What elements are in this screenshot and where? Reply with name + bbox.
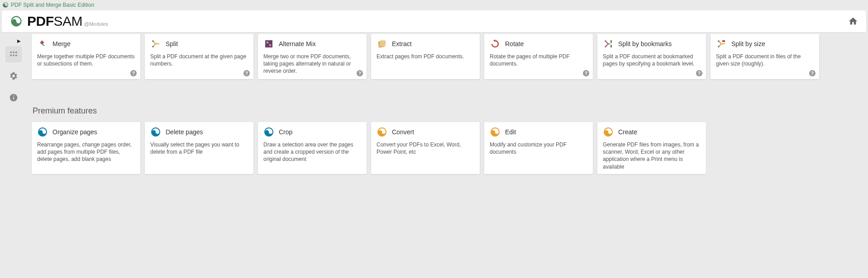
svg-rect-11 [265, 40, 272, 47]
sidebar-expand-icon[interactable]: ▶ [17, 38, 21, 43]
premium-desc: Generate PDF files from images, from a s… [603, 141, 701, 170]
sidebar: ▶ [0, 34, 27, 278]
module-card-extract[interactable]: ExtractExtract pages from PDF documents. [371, 34, 480, 79]
module-title: Alternate Mix [279, 40, 316, 47]
svg-rect-5 [15, 55, 17, 56]
svg-point-21 [718, 46, 720, 47]
home-icon[interactable] [848, 16, 858, 26]
svg-rect-8 [13, 95, 14, 96]
brand-logo-icon [10, 15, 23, 28]
window-title: PDF Split and Merge Basic Edition [11, 2, 94, 8]
module-title: Split by bookmarks [618, 40, 672, 47]
module-card-merge[interactable]: MergeMerge together multiple PDF documen… [32, 34, 140, 79]
premium-card-organize[interactable]: Organize pagesRearrange pages, change pa… [32, 122, 140, 174]
svg-point-10 [152, 46, 154, 47]
svg-rect-13 [269, 44, 271, 46]
premium-card-crop[interactable]: CropDraw a selection area over the pages… [258, 122, 367, 174]
premium-heading: Premium features [33, 106, 863, 116]
module-title: Merge [52, 40, 71, 47]
splitbm-icon [603, 38, 614, 49]
svg-rect-19 [610, 45, 612, 47]
premium-grid: Organize pagesRearrange pages, change pa… [27, 122, 863, 174]
premium-desc: Convert your PDFs to Excel, Word, Power … [377, 141, 474, 155]
module-desc: Rotate the pages of multiple PDF documen… [490, 53, 587, 67]
help-icon[interactable]: ? [809, 70, 816, 76]
svg-rect-0 [10, 52, 12, 53]
svg-rect-1 [13, 52, 14, 53]
sidebar-item-settings[interactable] [5, 68, 22, 84]
module-card-splitsize[interactable]: Split by sizeSplit a PDF document in fil… [711, 34, 819, 79]
merge-icon [37, 38, 48, 49]
svg-rect-4 [13, 55, 14, 56]
convert-swirl-icon [377, 127, 387, 137]
module-desc: Extract pages from PDF documents. [377, 53, 474, 60]
premium-card-convert[interactable]: ConvertConvert your PDFs to Excel, Word,… [371, 122, 480, 174]
split-icon [150, 38, 161, 49]
help-icon[interactable]: ? [130, 70, 137, 76]
app-icon [2, 2, 9, 8]
gear-icon [9, 71, 18, 80]
svg-point-16 [605, 40, 606, 42]
svg-rect-18 [610, 40, 612, 43]
premium-title: Create [618, 128, 637, 136]
premium-title: Organize pages [52, 128, 97, 136]
premium-title: Crop [279, 128, 292, 136]
module-title: Split [166, 40, 178, 47]
create-swirl-icon [603, 127, 614, 137]
svg-point-9 [152, 40, 154, 42]
help-icon[interactable]: ? [243, 70, 250, 76]
sidebar-item-modules[interactable] [5, 46, 22, 62]
help-icon[interactable]: ? [583, 70, 589, 76]
header: PDFSAM @Modules [2, 10, 866, 32]
modules-grid: MergeMerge together multiple PDF documen… [27, 34, 863, 79]
module-title: Split by size [731, 40, 765, 47]
breadcrumb: @Modules [84, 21, 108, 27]
module-desc: Split a PDF document at bookmarked pages… [603, 53, 701, 67]
extract-icon [377, 38, 387, 49]
module-card-altmix[interactable]: Alternate MixMerge two or more PDF docum… [258, 34, 367, 79]
module-title: Extract [392, 40, 412, 47]
module-desc: Split a PDF document in files of the giv… [716, 53, 814, 67]
help-icon[interactable]: ? [357, 70, 363, 76]
grid-icon [9, 50, 18, 59]
rotate-icon [490, 38, 501, 49]
svg-point-20 [718, 40, 720, 42]
svg-rect-15 [380, 40, 386, 47]
svg-rect-2 [15, 52, 17, 53]
organize-swirl-icon [37, 127, 48, 137]
premium-desc: Draw a selection area over the pages and… [263, 141, 361, 163]
module-card-splitbm[interactable]: Split by bookmarksSplit a PDF document a… [597, 34, 706, 79]
svg-point-17 [605, 46, 606, 47]
module-card-split[interactable]: SplitSplit a PDF document at the given p… [145, 34, 253, 79]
premium-title: Convert [392, 128, 414, 136]
premium-title: Edit [505, 128, 516, 136]
sidebar-item-info[interactable] [5, 90, 22, 106]
info-icon [9, 93, 18, 102]
premium-card-create[interactable]: CreateGenerate PDF files from images, fr… [597, 122, 706, 174]
svg-rect-12 [267, 42, 268, 43]
edit-swirl-icon [490, 127, 501, 137]
brand-text: PDFSAM [27, 14, 82, 29]
premium-desc: Visually select the pages you want to de… [150, 141, 248, 155]
splitsize-icon [716, 38, 727, 49]
svg-rect-22 [722, 40, 725, 42]
svg-rect-3 [10, 55, 12, 56]
premium-desc: Rearrange pages, change pages order, add… [37, 141, 135, 163]
premium-card-delete[interactable]: Delete pagesVisually select the pages yo… [145, 122, 253, 174]
module-desc: Split a PDF document at the given page n… [150, 53, 248, 67]
crop-swirl-icon [263, 127, 274, 137]
module-desc: Merge together multiple PDF documents or… [37, 53, 135, 67]
help-icon[interactable]: ? [696, 70, 702, 76]
premium-desc: Modify and customize your PDF documents [490, 141, 587, 155]
content-area: MergeMerge together multiple PDF documen… [27, 34, 868, 278]
module-card-rotate[interactable]: RotateRotate the pages of multiple PDF d… [484, 34, 593, 79]
premium-card-edit[interactable]: EditModify and customize your PDF docume… [484, 122, 593, 174]
title-bar: PDF Split and Merge Basic Edition [0, 0, 868, 10]
module-title: Rotate [505, 40, 524, 47]
delete-swirl-icon [150, 127, 161, 137]
svg-rect-7 [13, 97, 14, 99]
altmix-icon [263, 38, 274, 49]
premium-title: Delete pages [166, 128, 203, 136]
module-desc: Merge two or more PDF documents, taking … [263, 53, 361, 75]
